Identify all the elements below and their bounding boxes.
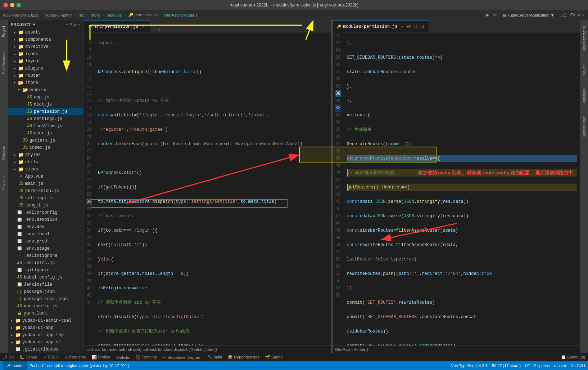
vue-ts-version[interactable]: Vue TypeScript 4.3.5: [451, 364, 488, 368]
sidebar-icon-minimize[interactable]: —: [78, 22, 80, 27]
sidebar-item-yudao-vue3[interactable]: ▶📁yudao-ui-admin-vue3: [8, 317, 83, 324]
sidebar-item-permission-js[interactable]: JSpermission.js: [8, 187, 83, 195]
breadcrumb-modules[interactable]: modules: [107, 13, 122, 17]
breadcrumb-store[interactable]: store: [91, 13, 100, 17]
activity-project[interactable]: Project: [1, 23, 6, 40]
event-log-tool[interactable]: 📋 Event Log: [561, 355, 585, 360]
sidebar-item-eslintignore[interactable]: ✓.eslintignore: [8, 252, 83, 259]
right-code-content[interactable]: }, SET_SIDEBAR_ROUTERS: (state, routes) …: [344, 32, 580, 346]
sidebar-item-vue-config[interactable]: JSvue.config.js: [8, 303, 83, 310]
activity-favorites[interactable]: Favorites: [1, 172, 6, 192]
sidebar-item-package-json[interactable]: {}package.json: [8, 288, 83, 295]
right-code-area[interactable]: 22 23 24 25 26 27 28 29 30 31 32 33 34 3…: [333, 32, 580, 346]
activity-pull-requests[interactable]: Pull Requests: [1, 49, 6, 77]
breadcrumb-project[interactable]: ruoyi-vue-pro-2022b: [3, 13, 39, 17]
sidebar-item-dict-js[interactable]: JSdict.js: [8, 101, 83, 108]
activity-structure[interactable]: Structure: [1, 143, 6, 164]
sidebar-item-styles[interactable]: ▶📁styles: [8, 151, 83, 159]
sidebar-item-yudao-app-v1[interactable]: ▶📁yudao-ui-app-v1: [8, 339, 83, 346]
sidebar-item-gitattributes[interactable]: ⬜.gitattributes: [8, 346, 83, 353]
dependencies-tool[interactable]: 📦 Dependencies: [228, 355, 259, 360]
git-tool[interactable]: ⎇ Git: [3, 355, 14, 360]
sidebar-item-modules[interactable]: ▼📂modules: [8, 86, 83, 94]
sidebar-item-settings-js-modules[interactable]: JSsettings.js: [8, 115, 83, 122]
sidebar-icon-plus[interactable]: +: [66, 22, 68, 27]
sidebar-item-router[interactable]: ▶📁router: [8, 72, 83, 79]
sidebar-item-icons[interactable]: ▶📁icons: [8, 50, 83, 58]
breadcrumb-admin[interactable]: yudao-ui-admin: [45, 13, 73, 17]
sidebar-icon-list[interactable]: ≡: [70, 22, 72, 27]
sidebar-item-tongji-js[interactable]: JStongji.js: [8, 202, 83, 209]
server-dropdown[interactable]: 🖥 YudaoServerApplication ▼: [502, 13, 555, 17]
sidebar-item-yudao-app[interactable]: ▶📁yudao-ui-app: [8, 324, 83, 331]
sidebar-item-directive[interactable]: ▶📁directive: [8, 43, 83, 50]
sidebar-item-yarn-lock[interactable]: 🔒yarn.lock: [8, 310, 83, 317]
sidebar-item-eslintrc[interactable]: JS.eslintrc.js: [8, 259, 83, 267]
sidebar-item-utils[interactable]: ▶📁utils: [8, 159, 83, 166]
sidebar-item-layout[interactable]: ▶📁layout: [8, 58, 83, 65]
close-button[interactable]: [4, 3, 8, 7]
sidebar-item-env-dev[interactable]: ⬜.env.dev: [8, 223, 83, 231]
profiler-tool[interactable]: 📊 Profiler: [92, 355, 110, 360]
sidebar-item-gitignore[interactable]: ⬜.gitignore: [8, 267, 83, 274]
sidebar-item-assets[interactable]: ▶📁assets: [8, 29, 83, 36]
right-panel-key-promoter[interactable]: Key Promoter X: [582, 23, 587, 54]
line-col-status[interactable]: 50:27 (17 chars): [492, 364, 521, 368]
sidebar-item-index-js[interactable]: JSindex.js: [8, 144, 83, 151]
no-git-lf[interactable]: No GitLf: [571, 364, 585, 368]
minimize-button[interactable]: [10, 3, 14, 7]
sidebar-item-env-demo[interactable]: ⬜.env.demo1024: [8, 216, 83, 223]
breadcrumb-function[interactable]: filterAsyncRouter(): [164, 13, 197, 17]
sidebar-icon-gear[interactable]: ⚙: [74, 22, 76, 27]
sidebar-item-app-js[interactable]: JSapp.js: [8, 94, 83, 101]
sidebar-item-user-js[interactable]: JSuser.js: [8, 130, 83, 137]
statistic-tool[interactable]: Statistic: [116, 355, 130, 360]
sidebar-item-editorconfig[interactable]: ⬜.editorconfig: [8, 209, 83, 216]
sidebar-item-env-stage[interactable]: ⬜.env.stage: [8, 245, 83, 252]
right-panel-database[interactable]: Database: [582, 85, 587, 107]
sidebar-item-settings-js[interactable]: JSsettings.js: [8, 195, 83, 202]
sidebar-item-tagsview-js[interactable]: JStagsView.js: [8, 122, 83, 130]
sidebar-item-store[interactable]: ▼📂store: [8, 79, 83, 86]
tab-close-button[interactable]: ✕: [400, 24, 405, 29]
terminal-tool[interactable]: ⬛ Terminal: [136, 355, 157, 360]
tab-close-button[interactable]: ✕: [140, 24, 145, 29]
right-panel-remote-host[interactable]: Remote Host: [582, 113, 587, 140]
run-button[interactable]: ▶: [486, 12, 489, 18]
left-code-area[interactable]: 7 8 9 10 11 12 13 14 15 16 17 18 19 20: [83, 32, 331, 346]
sidebar-item-env-prod[interactable]: ⬜.env.prod: [8, 238, 83, 245]
build-tool[interactable]: 🔨 Build: [207, 355, 222, 360]
tab-icon: 🔑: [337, 24, 341, 29]
debug-tool[interactable]: 🐛 Debug: [19, 355, 37, 360]
breadcrumb-src[interactable]: src: [79, 13, 85, 17]
sidebar-item-env-local[interactable]: ⬜.env.local: [8, 231, 83, 238]
sidebar-item-app-vue[interactable]: VApp.vue: [8, 173, 83, 180]
sidebar-item-package-lock[interactable]: {}package-lock.json: [8, 295, 83, 303]
sidebar-item-main-js[interactable]: JSmain.js: [8, 180, 83, 187]
sidebar-item-jenkinsfile[interactable]: ⬜Jenkinsfile: [8, 281, 83, 288]
problems-tool[interactable]: ⚠ Problems: [64, 355, 86, 360]
sidebar-item-babel[interactable]: JSbabel.config.js: [8, 274, 83, 281]
sidebar-item-yudao-app-tmp[interactable]: ▶📁yudao-ui-app-tmp: [8, 331, 83, 339]
sidebar-item-plugins[interactable]: ▶📁plugins: [8, 65, 83, 72]
sequence-tool[interactable]: ↔ Sequence Diagram: [162, 355, 201, 360]
git-status-branch[interactable]: ⎇ master: [3, 361, 27, 370]
master-status[interactable]: master: [554, 364, 566, 368]
debug-run-button[interactable]: ⚙: [493, 12, 496, 18]
maximize-button[interactable]: [17, 3, 21, 7]
rcode-42: commit('SET_DEFAULT_ROUTES', sidebarRout…: [347, 342, 578, 346]
sidebar-item-getters-js[interactable]: JSgetters.js: [8, 137, 83, 144]
lf-status[interactable]: LF: [525, 364, 530, 368]
sidebar-item-permission-js-modules[interactable]: JSpermission.js: [8, 108, 83, 115]
sidebar-item-components[interactable]: ▶📁components: [8, 36, 83, 43]
spring-tool[interactable]: 🌱 Spring: [265, 355, 283, 360]
code-line-20: if (to.path === '/login') {: [98, 227, 329, 234]
right-panel-maven[interactable]: Maven: [582, 62, 587, 78]
chevron-icon: ▶: [11, 326, 15, 330]
left-code-content[interactable]: import ... NProgress.configure({ showSpi…: [95, 32, 331, 346]
spaces-status[interactable]: 2 spaces: [534, 364, 550, 368]
todo-tool[interactable]: ✓ TODO: [43, 355, 59, 360]
sidebar-item-views[interactable]: ▶📁views: [8, 166, 83, 173]
tab-modules-permission[interactable]: 🔑 modules/permission.js ✕ ▲1 △2 △3: [333, 21, 429, 32]
tab-src-permission[interactable]: JS src/permission.js ✕: [83, 21, 150, 32]
